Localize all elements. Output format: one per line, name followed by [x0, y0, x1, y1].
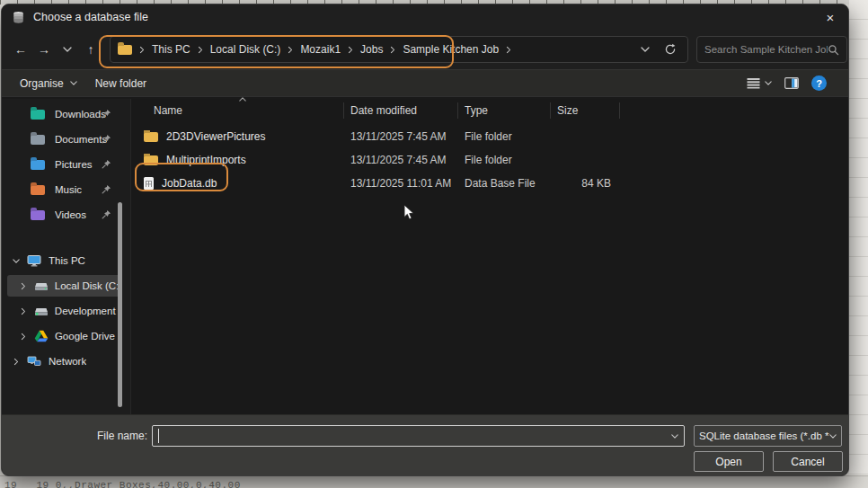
- chevron-right-icon: [140, 46, 145, 53]
- pin-icon[interactable]: [102, 109, 111, 119]
- preview-pane-icon[interactable]: [784, 77, 799, 89]
- close-button[interactable]: ×: [812, 4, 848, 30]
- file-type: File folder: [458, 130, 551, 143]
- cancel-button[interactable]: Cancel: [773, 451, 843, 472]
- navigation-bar: ← → ↑ This PC Local Disk (C:) Mozaik1 Jo…: [2, 30, 848, 69]
- sidebar-item-local-disk-c[interactable]: Local Disk (C:): [7, 275, 120, 297]
- local-disk-icon: [34, 279, 49, 292]
- chevron-right-icon: [198, 46, 202, 53]
- sidebar-item-label: Music: [55, 184, 82, 195]
- google-drive-icon: [34, 330, 49, 342]
- column-header-type[interactable]: Type: [458, 102, 551, 119]
- open-button[interactable]: Open: [694, 451, 764, 472]
- this-pc-icon: [27, 254, 41, 267]
- column-header-name[interactable]: Name: [131, 102, 344, 119]
- breadcrumb-mozaik1[interactable]: Mozaik1: [300, 43, 341, 56]
- sidebar-item-label: Development (: [55, 306, 120, 316]
- file-open-dialog: Choose a database file × ← → ↑ This PC L…: [1, 4, 849, 476]
- database-icon: [12, 11, 25, 24]
- file-size: 84 KB: [551, 177, 620, 190]
- search-input[interactable]: [704, 44, 828, 55]
- downloads-folder-icon: [31, 110, 45, 120]
- chevron-right-icon: [288, 46, 293, 53]
- file-date: 13/11/2025 7:45 AM: [344, 130, 458, 143]
- file-type-dropdown[interactable]: SQLite database files (*.db *.sqli: [694, 425, 842, 447]
- development-drive-icon: [34, 305, 49, 317]
- chevron-down-icon: [765, 81, 772, 85]
- file-row-2d3dviewerpictures[interactable]: 2D3DViewerPictures 13/11/2025 7:45 AM Fi…: [131, 125, 848, 148]
- pin-icon[interactable]: [102, 184, 111, 194]
- view-mode-button[interactable]: [747, 77, 772, 89]
- file-name: JobData.db: [162, 177, 217, 190]
- sidebar-item-development-drive[interactable]: Development (: [7, 300, 120, 322]
- chevron-right-icon: [391, 46, 395, 53]
- sidebar-item-label: Pictures: [55, 159, 93, 170]
- file-name-input[interactable]: [158, 429, 671, 443]
- chevron-right-icon: [349, 46, 353, 53]
- sidebar-item-label: Downloads: [55, 109, 106, 120]
- refresh-icon[interactable]: [664, 43, 677, 56]
- database-file-icon: [144, 177, 154, 190]
- help-button[interactable]: ?: [811, 75, 827, 91]
- details-view-icon: [747, 77, 760, 89]
- file-name: MultiprintImports: [166, 154, 246, 166]
- sidebar-item-label: This PC: [49, 255, 85, 266]
- sidebar-item-label: Videos: [55, 209, 86, 220]
- mouse-cursor: [403, 204, 414, 220]
- address-bar[interactable]: This PC Local Disk (C:) Mozaik1 Jobs Sam…: [110, 36, 688, 63]
- sort-ascending-icon: [239, 97, 246, 102]
- background-app-right-edge: [849, 0, 868, 488]
- sidebar-item-this-pc[interactable]: This PC: [7, 250, 120, 271]
- sidebar-item-network[interactable]: Network: [7, 350, 120, 372]
- column-header-date-modified[interactable]: Date modified: [344, 102, 458, 119]
- file-row-multiprintimports[interactable]: MultiprintImports 13/11/2025 7:45 AM Fil…: [131, 148, 848, 172]
- documents-folder-icon: [31, 135, 45, 145]
- folder-icon: [144, 132, 158, 142]
- organise-label: Organise: [20, 77, 64, 90]
- videos-folder-icon: [31, 210, 45, 220]
- sidebar-item-google-drive[interactable]: Google Drive (: [7, 325, 120, 347]
- pin-icon[interactable]: [102, 209, 111, 219]
- recent-locations-button[interactable]: [56, 38, 79, 61]
- chevron-down-icon: [63, 47, 72, 52]
- search-icon: [828, 44, 839, 56]
- organise-button[interactable]: Organise: [2, 70, 86, 96]
- title-bar[interactable]: Choose a database file ×: [2, 4, 848, 30]
- file-name-combobox[interactable]: [152, 425, 685, 447]
- pictures-folder-icon: [31, 160, 45, 170]
- up-button[interactable]: ↑: [79, 38, 102, 61]
- network-icon: [27, 355, 41, 368]
- chevron-right-icon: [21, 282, 25, 289]
- breadcrumb-this-pc[interactable]: This PC: [152, 43, 190, 56]
- search-box[interactable]: [696, 36, 847, 63]
- breadcrumb-jobs[interactable]: Jobs: [360, 43, 383, 56]
- dialog-content: Downloads Documents Pictures Music Video…: [2, 99, 848, 414]
- back-button[interactable]: ←: [9, 38, 32, 61]
- chevron-right-icon: [21, 333, 25, 340]
- file-type: Data Base File: [458, 177, 551, 190]
- pin-icon[interactable]: [102, 134, 111, 144]
- pin-icon[interactable]: [102, 159, 111, 169]
- dialog-title: Choose a database file: [33, 11, 148, 23]
- file-date: 13/11/2025 11:01 AM: [344, 177, 458, 190]
- background-app-bottom-row: 19 19 0,,Drawer Boxes,40.00,0,40.00: [0, 475, 868, 488]
- navigation-sidebar: Downloads Documents Pictures Music Video…: [2, 99, 130, 414]
- forward-button[interactable]: →: [32, 38, 56, 61]
- new-folder-button[interactable]: New folder: [86, 70, 155, 96]
- chevron-right-icon: [507, 46, 511, 53]
- breadcrumb-sample-kitchen-job[interactable]: Sample Kitchen Job: [403, 43, 499, 56]
- sidebar-item-label: Network: [49, 356, 86, 367]
- file-name: 2D3DViewerPictures: [166, 130, 266, 143]
- file-date: 13/11/2025 7:45 AM: [344, 154, 458, 166]
- chevron-down-icon: [829, 434, 837, 439]
- file-row-jobdata-db[interactable]: JobData.db 13/11/2025 11:01 AM Data Base…: [131, 172, 848, 195]
- breadcrumb-local-disk[interactable]: Local Disk (C:): [210, 43, 281, 56]
- file-name-label: File name:: [2, 430, 147, 442]
- sidebar-item-label: Local Disk (C:): [55, 280, 120, 291]
- column-header-size[interactable]: Size: [551, 102, 620, 119]
- column-headers: Name Date modified Type Size: [131, 99, 848, 122]
- address-dropdown-icon[interactable]: [641, 47, 650, 52]
- file-type: File folder: [458, 154, 551, 166]
- sidebar-scrollbar[interactable]: [118, 202, 122, 407]
- chevron-down-icon: [13, 259, 20, 263]
